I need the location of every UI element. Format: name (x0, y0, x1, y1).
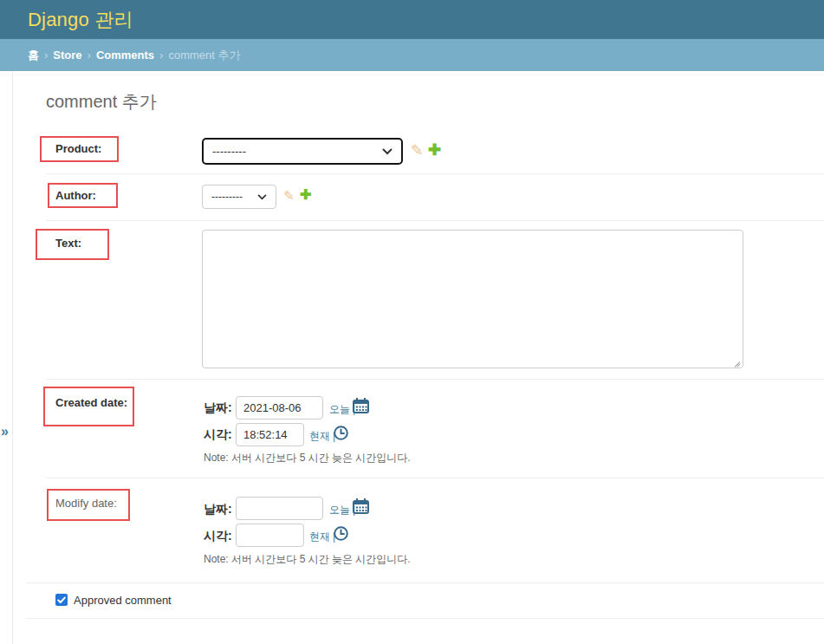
calendar-icon[interactable] (353, 398, 369, 413)
approved-comment-checkbox[interactable] (55, 594, 68, 606)
text-label: Text: (55, 237, 81, 250)
add-plus-icon[interactable]: ✚ (300, 188, 311, 202)
edit-pencil-icon[interactable]: ✎ (283, 189, 295, 202)
breadcrumb-current: comment 추가 (168, 48, 240, 63)
modify-date-today-link[interactable]: 오늘| (329, 503, 355, 517)
admin-header: Django 관리 (0, 0, 824, 39)
product-select-value: --------- (212, 145, 246, 158)
created-date-label: Created date: (55, 396, 127, 409)
breadcrumb-separator: › (44, 49, 48, 62)
clock-icon[interactable] (334, 426, 348, 440)
approved-comment-label[interactable]: Approved comment (74, 594, 172, 607)
modify-date-date-sublabel: 날짜: (204, 502, 232, 517)
breadcrumb-comments[interactable]: Comments (96, 49, 154, 62)
modify-date-time-input[interactable] (236, 524, 304, 547)
add-plus-icon[interactable]: ✚ (428, 142, 441, 158)
modify-date-label: Modify date: (55, 497, 117, 510)
chevron-down-icon (257, 194, 267, 200)
created-date-date-sublabel: 날짜: (204, 400, 232, 416)
divider (46, 478, 824, 478)
divider (46, 220, 824, 221)
modify-date-timezone-note: Note: 서버 시간보다 5 시간 늦은 시간입니다. (204, 552, 411, 567)
modify-date-now-link[interactable]: 현재| (309, 530, 335, 544)
clock-icon[interactable] (334, 526, 348, 541)
calendar-icon[interactable] (353, 498, 369, 514)
author-label: Author: (55, 189, 96, 202)
product-label: Product: (55, 142, 101, 155)
modify-date-date-input[interactable] (236, 497, 323, 520)
edit-pencil-icon[interactable]: ✎ (411, 143, 423, 158)
content-left-border (12, 71, 13, 644)
modify-date-time-sublabel: 시각: (204, 529, 232, 544)
created-date-date-input[interactable] (236, 396, 323, 420)
divider (46, 379, 824, 380)
divider (26, 618, 824, 619)
created-date-time-input[interactable] (236, 423, 304, 446)
main-content: » comment 추가 Product: --------- ✎ ✚ Auth… (0, 71, 824, 644)
breadcrumb-separator: › (88, 49, 91, 62)
chevron-down-icon (382, 148, 393, 155)
divider (26, 582, 824, 583)
page-title: comment 추가 (46, 90, 157, 114)
breadcrumb-store[interactable]: Store (53, 49, 81, 62)
author-select-value: --------- (211, 191, 243, 203)
breadcrumb-home[interactable]: 홈 (28, 48, 39, 63)
text-textarea[interactable] (202, 230, 743, 368)
product-select[interactable]: --------- (202, 138, 403, 165)
created-date-now-link[interactable]: 현재| (309, 429, 335, 444)
created-date-time-sublabel: 시각: (204, 427, 232, 443)
checkmark-icon (57, 596, 66, 604)
breadcrumb-separator: › (159, 49, 163, 62)
site-title[interactable]: Django 관리 (28, 7, 133, 33)
divider (46, 173, 824, 174)
created-date-timezone-note: Note: 서버 시간보다 5 시간 늦은 시간입니다. (204, 451, 411, 465)
textarea-resize-grip[interactable] (732, 357, 742, 367)
created-date-today-link[interactable]: 오늘| (329, 402, 355, 417)
author-select[interactable]: --------- (202, 185, 276, 209)
sidebar-toggle-icon[interactable]: » (1, 425, 9, 439)
breadcrumb: 홈 › Store › Comments › comment 추가 (0, 39, 824, 71)
